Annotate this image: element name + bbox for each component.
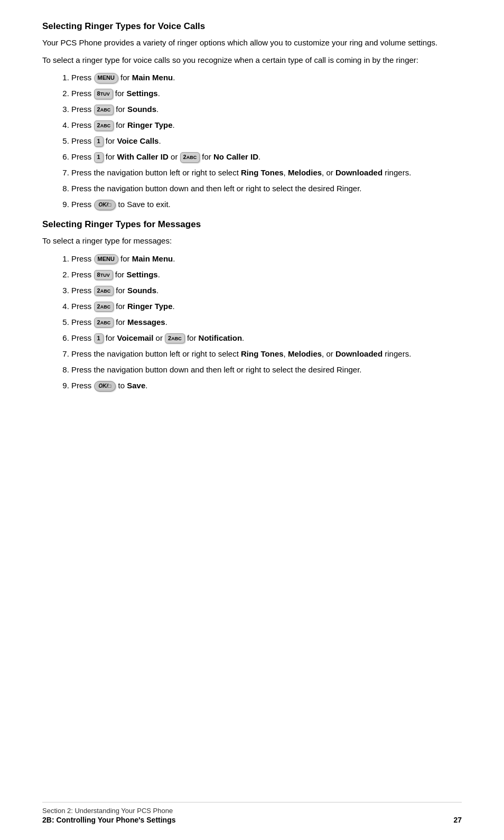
list-item: Press 8TUV for Settings. (71, 268, 462, 281)
list-item: Press OK/□ to Save to exit. (71, 198, 462, 211)
section2-steps: Press MENU for Main Menu. Press 8TUV for… (71, 253, 462, 392)
list-item: Press 8TUV for Settings. (71, 87, 462, 100)
footer-section: Section 2: Understanding Your PCS Phone (42, 807, 462, 815)
section1-steps: Press MENU for Main Menu. Press 8TUV for… (71, 71, 462, 211)
bold-text: Save (127, 381, 145, 390)
list-item: Press 1 for Voice Calls. (71, 135, 462, 147)
list-item: Press the navigation button left or righ… (71, 348, 462, 360)
key-2abc: 2ABC (94, 286, 114, 296)
list-item: Press 1 for Voicemail or 2ABC for Notifi… (71, 332, 462, 344)
section2-intro: To select a ringer type for messages: (42, 235, 462, 247)
bold-text: Messages (127, 318, 165, 326)
bold-text: Ringer Type (127, 302, 173, 311)
key-ok: OK/□ (94, 200, 116, 210)
list-item: Press the navigation button down and the… (71, 182, 462, 195)
key-2abc: 2ABC (180, 152, 200, 162)
key-1: 1 (94, 333, 104, 343)
key-8tuv: 8TUV (94, 89, 113, 99)
page-content: Selecting Ringer Types for Voice Calls Y… (0, 0, 504, 443)
bold-text: Ring Tones (241, 168, 284, 177)
bold-text: Downloaded (335, 168, 382, 177)
key-menu: MENU (94, 254, 118, 264)
bold-text: Voicemail (117, 333, 153, 342)
bold-text: Sounds (127, 286, 156, 295)
list-item: Press 2ABC for Ringer Type. (71, 300, 462, 313)
list-item: Press MENU for Main Menu. (71, 253, 462, 265)
bold-text: Settings (126, 89, 157, 98)
section2-heading: Selecting Ringer Types for Messages (42, 219, 462, 230)
list-item: Press the navigation button left or righ… (71, 166, 462, 179)
key-menu: MENU (94, 73, 118, 83)
key-ok: OK/□ (94, 381, 116, 391)
bold-text: Sounds (127, 105, 156, 114)
footer-title: 2B: Controlling Your Phone's Settings (42, 816, 176, 824)
key-2abc: 2ABC (94, 105, 114, 115)
key-8tuv: 8TUV (94, 270, 113, 280)
section1-intro2: To select a ringer type for voice calls … (42, 54, 462, 67)
list-item: Press 2ABC for Messages. (71, 316, 462, 329)
bold-text: Melodies (288, 349, 322, 358)
bold-text: Ringer Type (127, 120, 173, 129)
list-item: Press the navigation button down and the… (71, 363, 462, 376)
section1-heading: Selecting Ringer Types for Voice Calls (42, 21, 462, 32)
bold-text: Melodies (288, 168, 322, 177)
bold-text: Settings (126, 270, 157, 279)
list-item: Press 2ABC for Sounds. (71, 103, 462, 116)
bold-text: Voice Calls (117, 136, 158, 145)
list-item: Press OK/□ to Save. (71, 379, 462, 392)
section1-intro1: Your PCS Phone provides a variety of rin… (42, 37, 462, 49)
key-2abc: 2ABC (94, 318, 114, 328)
key-2abc: 2ABC (94, 120, 114, 130)
footer-bottom: 2B: Controlling Your Phone's Settings 27 (42, 816, 462, 824)
list-item: Press 2ABC for Ringer Type. (71, 119, 462, 132)
bold-text: Notification (199, 333, 242, 342)
key-1: 1 (94, 152, 104, 162)
bold-text: Main Menu (132, 73, 173, 82)
list-item: Press MENU for Main Menu. (71, 71, 462, 84)
bold-text: Ring Tones (241, 349, 284, 358)
bold-text: Main Menu (132, 254, 173, 263)
footer-page: 27 (453, 816, 462, 824)
key-2abc: 2ABC (94, 302, 114, 312)
list-item: Press 2ABC for Sounds. (71, 284, 462, 297)
key-2abc: 2ABC (165, 333, 185, 343)
bold-text: With Caller ID (117, 152, 168, 161)
key-1: 1 (94, 136, 104, 146)
bold-text: Downloaded (335, 349, 382, 358)
bold-text: No Caller ID (213, 152, 258, 161)
footer: Section 2: Understanding Your PCS Phone … (42, 802, 462, 824)
list-item: Press 1 for With Caller ID or 2ABC for N… (71, 151, 462, 163)
